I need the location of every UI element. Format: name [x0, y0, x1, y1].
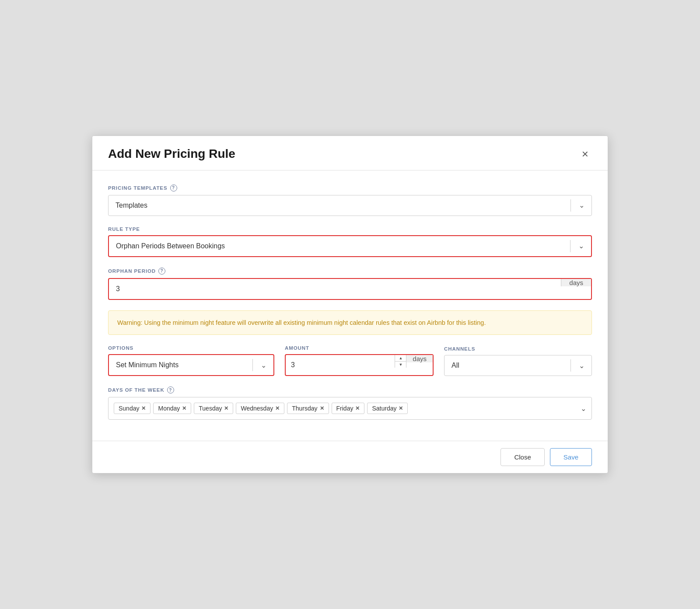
close-button[interactable]: Close [500, 448, 544, 466]
amount-increment-button[interactable]: ▲ [395, 355, 406, 362]
options-label: OPTIONS [108, 345, 274, 351]
day-tag-saturday: Saturday ✕ [367, 403, 408, 414]
rule-type-value[interactable]: Orphan Periods Between Bookings [109, 236, 569, 256]
day-tag-thursday: Thursday ✕ [287, 403, 329, 414]
close-icon[interactable]: × [578, 146, 592, 161]
pricing-templates-value[interactable]: Templates [108, 195, 570, 216]
channels-group: CHANNELS All ⌄ [444, 346, 592, 376]
days-of-week-select[interactable]: Sunday ✕Monday ✕Tuesday ✕Wednesday ✕Thur… [108, 397, 592, 420]
pricing-templates-chevron-icon[interactable]: ⌄ [572, 201, 592, 209]
amount-decrement-button[interactable]: ▼ [395, 362, 406, 368]
pricing-templates-help-icon: ? [170, 184, 177, 191]
day-tag-monday: Monday ✕ [153, 403, 191, 414]
day-tag-label: Thursday [292, 405, 317, 412]
rule-type-group: RULE TYPE Orphan Periods Between Booking… [108, 226, 592, 257]
save-button[interactable]: Save [550, 448, 592, 466]
options-chevron-icon[interactable]: ⌄ [254, 361, 273, 369]
days-of-week-label: DAYS OF THE WEEK ? [108, 386, 592, 393]
days-of-week-chevron-icon[interactable]: ⌄ [577, 404, 586, 413]
orphan-period-help-icon: ? [158, 268, 165, 275]
days-of-week-group: DAYS OF THE WEEK ? Sunday ✕Monday ✕Tuesd… [108, 386, 592, 420]
channels-chevron-icon[interactable]: ⌄ [572, 362, 592, 370]
day-tag-label: Monday [158, 405, 180, 412]
day-tag-label: Wednesday [241, 405, 273, 412]
warning-box: Warning: Using the minimum night feature… [108, 310, 592, 335]
days-of-week-help-icon: ? [167, 386, 174, 393]
day-tag-remove-saturday[interactable]: ✕ [399, 406, 403, 411]
rule-type-chevron-icon[interactable]: ⌄ [571, 242, 591, 250]
select-divider [252, 359, 253, 371]
orphan-period-group: ORPHAN PERIOD ? days [108, 268, 592, 300]
select-divider [570, 359, 571, 372]
day-tag-wednesday: Wednesday ✕ [236, 403, 284, 414]
channels-value[interactable]: All [444, 355, 570, 376]
day-tag-remove-wednesday[interactable]: ✕ [275, 406, 280, 411]
rule-type-label: RULE TYPE [108, 226, 592, 232]
day-tag-label: Friday [336, 405, 354, 412]
orphan-period-input-wrapper: days [108, 278, 592, 300]
day-tag-tuesday: Tuesday ✕ [194, 403, 233, 414]
day-tag-remove-monday[interactable]: ✕ [182, 406, 186, 411]
orphan-period-input[interactable] [109, 279, 561, 299]
options-select[interactable]: Set Minimum Nights ⌄ [108, 354, 274, 376]
pricing-templates-label: PRICING TEMPLATES ? [108, 184, 592, 191]
amount-group: AMOUNT ▲ ▼ days [285, 345, 434, 376]
modal-header: Add New Pricing Rule × [92, 136, 608, 171]
day-tag-label: Tuesday [199, 405, 222, 412]
orphan-period-suffix: days [561, 279, 591, 286]
day-tag-sunday: Sunday ✕ [114, 403, 150, 414]
day-tag-label: Saturday [372, 405, 396, 412]
options-group: OPTIONS Set Minimum Nights ⌄ [108, 345, 274, 376]
amount-spinner: ▲ ▼ [395, 355, 406, 368]
day-tag-remove-thursday[interactable]: ✕ [320, 406, 324, 411]
options-amount-channels-row: OPTIONS Set Minimum Nights ⌄ AMOUNT ▲ ▼ … [108, 345, 592, 376]
channels-select[interactable]: All ⌄ [444, 355, 592, 376]
orphan-period-label: ORPHAN PERIOD ? [108, 268, 592, 275]
amount-suffix: days [406, 355, 433, 362]
select-divider [570, 240, 570, 252]
day-tag-remove-tuesday[interactable]: ✕ [224, 406, 228, 411]
modal: Add New Pricing Rule × PRICING TEMPLATES… [92, 136, 608, 473]
options-value[interactable]: Set Minimum Nights [109, 355, 252, 375]
amount-input-wrapper: ▲ ▼ days [285, 354, 434, 376]
channels-label: CHANNELS [444, 346, 592, 351]
pricing-templates-group: PRICING TEMPLATES ? Templates ⌄ [108, 184, 592, 216]
select-divider [570, 199, 571, 212]
modal-title: Add New Pricing Rule [108, 147, 235, 161]
day-tag-friday: Friday ✕ [332, 403, 365, 414]
modal-body: PRICING TEMPLATES ? Templates ⌄ RULE TYP… [92, 171, 608, 441]
amount-label: AMOUNT [285, 345, 434, 351]
amount-input[interactable] [286, 355, 395, 375]
day-tag-label: Sunday [119, 405, 139, 412]
day-tag-remove-sunday[interactable]: ✕ [141, 406, 146, 411]
rule-type-select[interactable]: Orphan Periods Between Bookings ⌄ [108, 235, 592, 257]
day-tag-remove-friday[interactable]: ✕ [355, 406, 360, 411]
pricing-templates-select[interactable]: Templates ⌄ [108, 195, 592, 216]
modal-footer: Close Save [92, 441, 608, 473]
